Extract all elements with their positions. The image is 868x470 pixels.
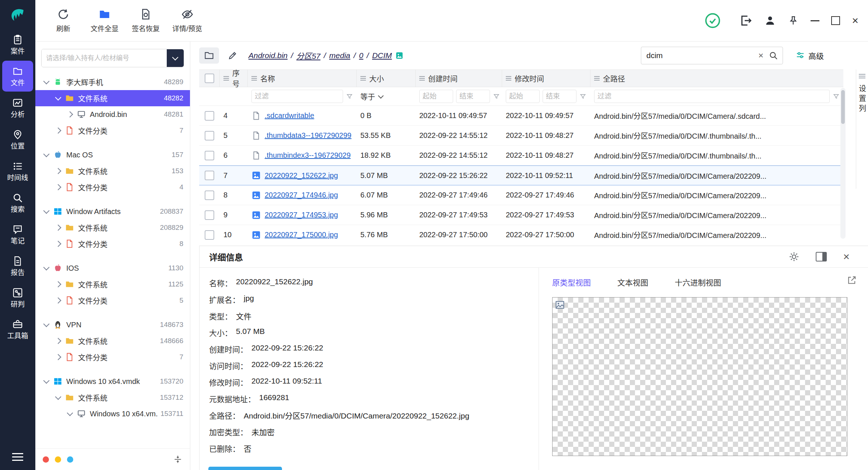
tree-item-file-system[interactable]: 文件系统 153 (35, 163, 190, 179)
tree-item-file-system[interactable]: 文件系统 48282 (35, 90, 190, 106)
created-start-input[interactable] (419, 90, 453, 103)
row-checkbox[interactable] (205, 191, 214, 200)
tree-item-file-system[interactable]: 文件系统 208829 (35, 220, 190, 236)
close-panel-icon[interactable]: × (843, 251, 850, 262)
size-operator-dropdown[interactable]: 等于 (360, 91, 383, 102)
breadcrumb-segment[interactable]: media (329, 51, 350, 60)
user-icon[interactable] (764, 15, 776, 26)
funnel-icon[interactable] (493, 93, 500, 100)
funnel-icon[interactable] (346, 93, 353, 100)
table-row[interactable]: 8 20220927_174946.jpg 6.07 MB 2022-09-27… (199, 185, 843, 205)
filter-dropdown-button[interactable] (167, 49, 184, 67)
chevron-right-icon[interactable] (55, 128, 61, 134)
chevron-down-icon[interactable] (43, 321, 50, 327)
row-checkbox[interactable] (205, 210, 214, 220)
clear-search-icon[interactable]: × (758, 51, 763, 60)
nav-item-case[interactable]: 案件 (2, 29, 33, 60)
tree-item-file-category[interactable]: 文件分类 4 (35, 179, 190, 195)
edit-path-button[interactable] (224, 47, 241, 64)
chevron-right-icon[interactable] (55, 225, 61, 231)
chevron-right-icon[interactable] (67, 111, 73, 118)
file-link[interactable]: 20220927_174946.jpg (265, 191, 338, 199)
tree-item-ios[interactable]: IOS 1130 (35, 260, 190, 276)
maximize-button[interactable] (831, 16, 840, 25)
chevron-down-icon[interactable] (55, 394, 61, 400)
chevron-right-icon[interactable] (55, 184, 61, 191)
column-settings-strip[interactable]: 设置列 (856, 70, 868, 189)
gear-icon[interactable] (788, 251, 800, 262)
breadcrumb-segment[interactable]: Android.bin (248, 51, 287, 60)
layout-toggle-icon[interactable] (816, 252, 827, 261)
tree-item-file-category[interactable]: 文件分类 7 (35, 122, 190, 139)
chevron-right-icon[interactable] (55, 338, 61, 344)
tree-item-file-system[interactable]: 文件系统 148666 (35, 333, 190, 349)
nav-item-timeline[interactable]: 时间线 (2, 156, 33, 186)
owner-filter-input[interactable] (42, 49, 167, 67)
tree-item-file-category[interactable]: 文件分类 8 (35, 236, 190, 252)
tab-text-view[interactable]: 文本视图 (617, 277, 648, 288)
nav-item-toolbox[interactable]: 工具箱 (2, 314, 33, 345)
splitter-handle-icon[interactable] (173, 455, 183, 464)
column-header-modified[interactable]: 修改时间 (502, 70, 590, 87)
detail-preview-button[interactable]: 详情/预览 (170, 8, 204, 33)
tree-item-mac-os[interactable]: Mac OS 157 (35, 147, 190, 163)
nav-menu-icon[interactable] (12, 453, 23, 461)
table-row[interactable]: 5 .thumbdata3--1967290299 53.55 KB 2022-… (199, 126, 843, 146)
tree-item-android-bin[interactable]: Android.bin 48281 (35, 106, 190, 122)
open-external-icon[interactable] (847, 275, 857, 285)
column-header-name[interactable]: 名称 (248, 70, 357, 87)
table-scrollbar[interactable] (840, 88, 846, 239)
table-row[interactable]: 4 .sdcardwritable 0 B 2022-10-11 09:49:5… (199, 106, 843, 126)
chevron-down-icon[interactable] (43, 378, 50, 384)
search-input[interactable] (646, 51, 753, 60)
tree-item-windows10-image[interactable]: Windows 10 x64.vm... 153711 (35, 406, 190, 422)
row-checkbox[interactable] (205, 151, 214, 160)
root-folder-button[interactable] (199, 47, 219, 64)
breadcrumb-segment[interactable]: 0 (359, 51, 363, 60)
table-row[interactable]: 6 .thumbindex3--196729029 18.92 KB 2022-… (199, 146, 843, 165)
refresh-button[interactable]: 刷新 (46, 8, 80, 33)
close-button[interactable]: × (852, 15, 858, 26)
advanced-search-button[interactable]: 高级 (795, 50, 824, 61)
row-checkbox[interactable] (205, 171, 214, 180)
export-icon[interactable] (739, 14, 752, 27)
nav-item-location[interactable]: 位置 (2, 124, 33, 155)
minimize-button[interactable] (811, 20, 819, 21)
table-row-selected[interactable]: 7 20220922_152622.jpg 5.07 MB 2022-09-22… (199, 165, 843, 185)
chevron-right-icon[interactable] (55, 241, 61, 247)
row-checkbox[interactable] (205, 131, 214, 140)
tab-original-view[interactable]: 原类型视图 (552, 277, 591, 288)
nav-item-notes[interactable]: 笔记 (2, 219, 33, 250)
column-header-index[interactable]: 序号 (220, 70, 248, 87)
name-filter-input[interactable] (251, 90, 343, 103)
chevron-down-icon[interactable] (43, 264, 50, 271)
nav-item-report[interactable]: 报告 (2, 250, 33, 281)
breadcrumb-segment[interactable]: DCIM (372, 51, 392, 60)
pin-icon[interactable] (788, 15, 799, 26)
path-filter-input[interactable] (594, 90, 830, 103)
file-link[interactable]: 20220927_175000.jpg (265, 231, 338, 239)
file-link[interactable]: 20220922_152622.jpg (265, 171, 338, 180)
chevron-down-icon[interactable] (43, 78, 50, 85)
column-header-size[interactable]: 大小 (357, 70, 416, 87)
tree-item-windows10-vmdk[interactable]: Windows 10 x64.vmdk 153720 (35, 373, 190, 389)
row-checkbox[interactable] (205, 111, 214, 121)
tree-item-phone[interactable]: 李大辉手机 48289 (35, 74, 190, 90)
tree-item-file-system[interactable]: 文件系统 153712 (35, 389, 190, 406)
nav-item-analysis[interactable]: 分析 (2, 92, 33, 123)
breadcrumb-segment[interactable]: 分区57 (296, 50, 320, 61)
file-link[interactable]: .sdcardwritable (265, 111, 314, 120)
modified-end-input[interactable] (543, 90, 576, 103)
file-link[interactable]: .thumbindex3--196729029 (265, 151, 351, 160)
file-link[interactable]: 20220927_174953.jpg (265, 211, 338, 219)
funnel-icon[interactable] (833, 93, 840, 100)
tree-item-vpn[interactable]: VPN 148673 (35, 317, 190, 333)
table-row[interactable]: 9 20220927_174953.jpg 5.96 MB 2022-09-27… (199, 205, 843, 225)
chevron-down-icon[interactable] (43, 208, 50, 214)
column-header-path[interactable]: 全路径 (590, 70, 843, 87)
chevron-right-icon[interactable] (55, 298, 61, 304)
tree-item-file-system[interactable]: 文件系统 1125 (35, 276, 190, 292)
chevron-down-icon[interactable] (43, 151, 50, 157)
modified-start-input[interactable] (506, 90, 540, 103)
chevron-right-icon[interactable] (55, 168, 61, 174)
